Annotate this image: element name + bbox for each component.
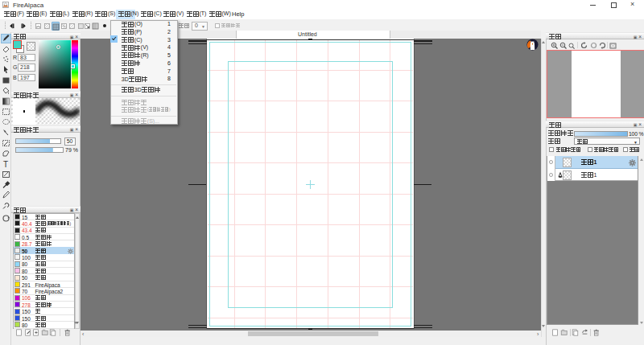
svg-text:T: T [3,160,8,169]
